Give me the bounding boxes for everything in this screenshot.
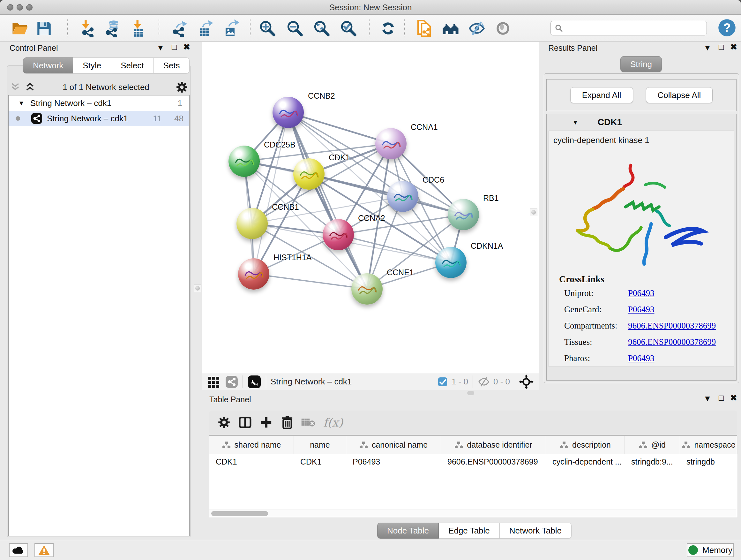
new-network-from-selection-button[interactable] <box>415 19 434 38</box>
table-panel-menu-icon[interactable]: ▼ <box>703 394 712 403</box>
network-node-hist1h1a[interactable] <box>238 258 269 290</box>
import-network-file-button[interactable] <box>78 19 98 38</box>
warning-status-button[interactable] <box>35 543 54 557</box>
crosslink-link[interactable]: 9606.ENSP00000378699 <box>628 321 716 331</box>
network-node-cdc6[interactable] <box>387 181 418 212</box>
table-cell[interactable]: CDK1 <box>294 454 346 469</box>
crosslink-link[interactable]: 9606.ENSP00000378699 <box>628 337 716 347</box>
right-splitter-handle[interactable] <box>530 208 537 216</box>
help-button[interactable]: ? <box>718 18 737 37</box>
tree-expander-icon[interactable]: ▼ <box>18 100 24 107</box>
export-image-button[interactable] <box>221 19 240 38</box>
table-panel-close-icon[interactable]: ✖ <box>730 393 737 402</box>
grid-view-icon[interactable] <box>207 375 220 388</box>
network-edge[interactable] <box>254 274 367 289</box>
open-session-button[interactable] <box>10 19 29 38</box>
control-panel-close-icon[interactable]: ✖ <box>183 42 190 52</box>
network-edge[interactable] <box>288 112 391 144</box>
column-header-namespace[interactable]: namespace <box>680 436 738 454</box>
network-row[interactable]: String Network – cdk1 11 48 <box>9 111 189 126</box>
highlight-button[interactable] <box>493 19 513 38</box>
network-node-cdkn1a[interactable] <box>435 247 467 278</box>
delete-table-button[interactable] <box>298 414 319 431</box>
results-panel-menu-icon[interactable]: ▼ <box>703 43 712 52</box>
search-input[interactable] <box>566 23 703 33</box>
bottom-splitter-handle[interactable] <box>467 391 474 395</box>
tab-style[interactable]: Style <box>73 57 111 73</box>
zoom-in-button[interactable] <box>258 19 277 38</box>
column-header-name[interactable]: name <box>294 436 346 454</box>
delete-column-button[interactable] <box>277 414 298 431</box>
move-target-icon[interactable] <box>519 374 534 389</box>
left-splitter-handle[interactable] <box>194 285 201 292</box>
control-panel-float-icon[interactable]: □ <box>172 42 177 52</box>
save-session-button[interactable] <box>35 19 54 38</box>
network-collection-row[interactable]: ▼ String Network – cdk1 1 <box>9 96 189 111</box>
birdseye-view-icon[interactable] <box>247 375 261 389</box>
zoom-fit-button[interactable] <box>312 19 331 38</box>
network-node-rb1[interactable] <box>448 199 479 230</box>
network-edge[interactable] <box>288 112 367 289</box>
network-view-share-icon[interactable] <box>225 375 238 388</box>
expand-all-icon[interactable] <box>24 82 37 92</box>
tab-network-table[interactable]: Network Table <box>500 523 571 539</box>
table-cell[interactable]: 9606.ENSP00000378699 <box>441 454 546 469</box>
hscrollbar-thumb[interactable] <box>211 511 268 516</box>
network-node-ccna2[interactable] <box>323 219 354 250</box>
show-hide-graphics-button[interactable] <box>467 19 486 38</box>
table-cell[interactable]: CDK1 <box>209 454 294 469</box>
expand-all-button[interactable]: Expand All <box>570 87 633 103</box>
apply-layout-button[interactable] <box>379 19 398 38</box>
tab-sets[interactable]: Sets <box>153 57 190 73</box>
import-network-database-button[interactable] <box>104 19 123 38</box>
table-hscrollbar[interactable] <box>209 509 737 517</box>
import-table-file-button[interactable] <box>129 19 148 38</box>
network-node-cdc25b[interactable] <box>228 145 260 177</box>
zoom-out-button[interactable] <box>285 19 305 38</box>
selected-checkbox-icon[interactable] <box>437 377 448 387</box>
table-cell[interactable]: P06493 <box>346 454 441 469</box>
network-node-ccne1[interactable] <box>351 273 383 305</box>
network-node-ccnb1[interactable] <box>237 208 268 239</box>
table-panel-float-icon[interactable]: □ <box>719 393 724 402</box>
first-neighbors-button[interactable] <box>441 19 460 38</box>
column-header-database-identifier[interactable]: database identifier <box>441 436 546 454</box>
column-header-id[interactable]: @id <box>625 436 680 454</box>
gene-section-header[interactable]: ▼ CDK1 <box>547 114 736 131</box>
hidden-eye-icon[interactable] <box>477 376 490 387</box>
results-panel-float-icon[interactable]: □ <box>719 42 724 52</box>
results-panel-close-icon[interactable]: ✖ <box>730 42 737 52</box>
collapse-all-icon[interactable] <box>10 82 22 92</box>
crosslink-link[interactable]: P06493 <box>628 354 655 363</box>
network-node-cdk1[interactable] <box>293 159 325 190</box>
create-column-button[interactable] <box>256 414 277 431</box>
tab-select[interactable]: Select <box>111 57 153 73</box>
network-node-ccnb2[interactable] <box>273 97 304 128</box>
column-header-canonical-name[interactable]: canonical name <box>346 436 441 454</box>
table-cell[interactable]: stringdb <box>680 454 738 469</box>
network-edge[interactable] <box>254 112 288 274</box>
show-columns-button[interactable] <box>234 414 256 431</box>
crosslink-link[interactable]: P06493 <box>628 305 655 314</box>
network-canvas[interactable]: CCNB2CCNA1CDC25BCDK1CDC6RB1CCNB1CCNA2CDK… <box>202 42 539 373</box>
tab-string[interactable]: String <box>620 56 662 72</box>
network-node-ccna1[interactable] <box>375 128 407 159</box>
gene-collapse-icon[interactable]: ▼ <box>572 119 579 126</box>
control-panel-menu-icon[interactable]: ▼ <box>156 43 165 52</box>
export-network-button[interactable] <box>170 19 189 38</box>
function-builder-button[interactable]: f(x) <box>323 416 343 429</box>
column-header-description[interactable]: description <box>546 436 625 454</box>
table-row[interactable]: CDK1CDK1P064939606.ENSP00000378699cyclin… <box>209 454 737 469</box>
zoom-selected-button[interactable] <box>339 19 358 38</box>
cloud-status-button[interactable] <box>9 543 28 557</box>
memory-status-button[interactable]: Memory <box>687 543 734 557</box>
tab-network[interactable]: Network <box>23 57 73 73</box>
tab-edge-table[interactable]: Edge Table <box>439 523 500 539</box>
table-cell[interactable]: cyclin-dependent ... <box>546 454 625 469</box>
collapse-all-button[interactable]: Collapse All <box>646 87 713 103</box>
column-header-shared-name[interactable]: shared name <box>209 436 294 454</box>
tab-node-table[interactable]: Node Table <box>377 523 439 539</box>
export-table-button[interactable] <box>195 19 214 38</box>
network-options-gear-icon[interactable] <box>176 81 188 94</box>
table-options-button[interactable] <box>213 414 234 431</box>
